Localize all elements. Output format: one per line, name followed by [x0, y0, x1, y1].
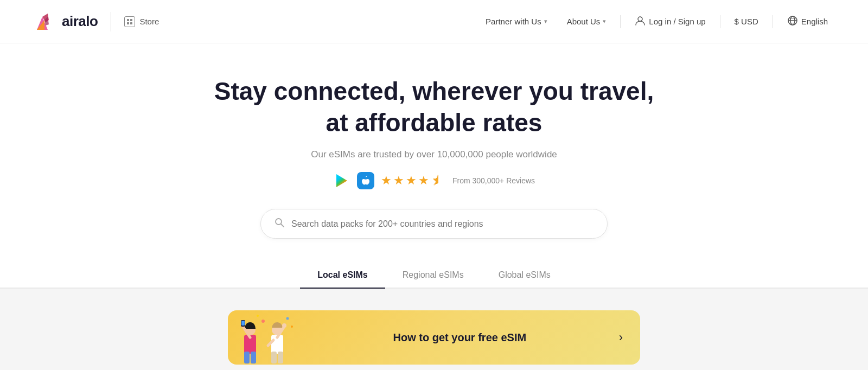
nav-separator-2: [720, 15, 720, 28]
google-play-icon[interactable]: [333, 172, 350, 189]
currency-button[interactable]: $ USD: [727, 12, 766, 30]
svg-point-4: [638, 17, 642, 21]
svg-rect-0: [127, 19, 129, 21]
about-us-nav[interactable]: About Us ▾: [559, 12, 614, 30]
logo-text: airalo: [62, 13, 98, 30]
header-nav: Partner with Us ▾ About Us ▾ Log in / Si…: [478, 11, 835, 32]
stars-rating: ★ ★ ★ ★ ⯨: [381, 174, 443, 188]
hero-title: Stay connected, wherever you travel, at …: [0, 76, 868, 138]
language-label: English: [801, 17, 828, 26]
user-icon: [635, 15, 646, 28]
login-button[interactable]: Log in / Sign up: [627, 11, 713, 32]
promo-text: How to get your free eSIM: [298, 331, 610, 344]
svg-point-10: [276, 219, 282, 225]
promo-chevron-icon: ›: [619, 330, 623, 345]
bottom-section: How to get your free eSIM ›: [0, 289, 868, 370]
header-left: airalo Store: [33, 9, 159, 34]
about-chevron-icon: ▾: [603, 18, 606, 25]
svg-point-21: [282, 323, 286, 328]
svg-rect-26: [241, 321, 245, 326]
svg-rect-24: [278, 352, 283, 363]
svg-rect-1: [130, 19, 132, 21]
hero-section: Stay connected, wherever you travel, at …: [0, 43, 868, 370]
tabs-container: Local eSIMs Regional eSIMs Global eSIMs: [0, 263, 868, 289]
header-divider: [111, 12, 111, 31]
nav-separator-3: [773, 15, 773, 28]
partner-chevron-icon: ▾: [544, 18, 547, 25]
search-box[interactable]: [260, 209, 608, 239]
svg-rect-3: [130, 22, 132, 24]
svg-line-11: [281, 224, 284, 227]
logo[interactable]: airalo: [33, 9, 98, 34]
svg-rect-23: [271, 352, 277, 363]
tab-global-esims[interactable]: Global eSIMs: [481, 263, 568, 289]
svg-rect-2: [127, 22, 129, 24]
globe-icon: [787, 15, 798, 28]
currency-label: $ USD: [735, 17, 758, 26]
tab-local-esims[interactable]: Local eSIMs: [300, 263, 385, 289]
language-button[interactable]: English: [780, 11, 835, 32]
hero-subtitle: Our eSIMs are trusted by over 10,000,000…: [0, 149, 868, 160]
ratings-row: ★ ★ ★ ★ ⯨ From 300,000+ Reviews: [0, 172, 868, 189]
search-icon: [274, 217, 285, 231]
svg-point-30: [291, 326, 293, 328]
header: airalo Store Partner with Us ▾ About Us …: [0, 0, 868, 43]
svg-point-28: [286, 317, 289, 320]
promo-banner[interactable]: How to get your free eSIM ›: [228, 310, 640, 365]
promo-illustration: [239, 310, 298, 365]
svg-point-27: [261, 320, 265, 323]
star-half: ⯨: [431, 174, 443, 188]
star-3: ★: [406, 174, 417, 188]
partner-label: Partner with Us: [486, 17, 541, 26]
logo-icon: [33, 9, 58, 34]
svg-rect-17: [251, 352, 256, 363]
reviews-text: From 300,000+ Reviews: [452, 176, 535, 185]
app-store-icon[interactable]: [357, 172, 374, 189]
star-2: ★: [393, 174, 404, 188]
store-icon: [124, 16, 135, 27]
store-label: Store: [139, 17, 159, 26]
hero: Stay connected, wherever you travel, at …: [0, 43, 868, 289]
search-container: [0, 209, 868, 239]
tab-regional-esims[interactable]: Regional eSIMs: [385, 263, 481, 289]
partner-with-us-nav[interactable]: Partner with Us ▾: [478, 12, 555, 30]
svg-point-29: [257, 315, 259, 317]
nav-separator: [620, 15, 621, 28]
about-label: About Us: [567, 17, 601, 26]
store-button[interactable]: Store: [124, 16, 159, 27]
search-input[interactable]: [291, 219, 594, 229]
svg-rect-16: [244, 352, 250, 363]
star-4: ★: [418, 174, 429, 188]
login-label: Log in / Sign up: [649, 17, 705, 26]
star-1: ★: [381, 174, 392, 188]
